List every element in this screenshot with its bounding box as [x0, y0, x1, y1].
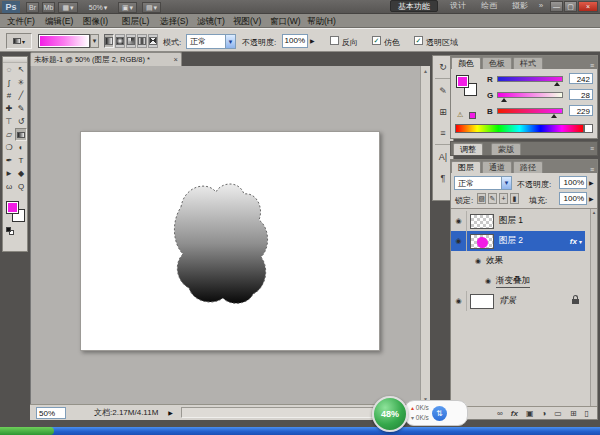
- background-thumbnail[interactable]: [470, 294, 494, 309]
- close-tab-icon[interactable]: ×: [174, 55, 178, 64]
- tab-paths[interactable]: 路径: [513, 161, 543, 173]
- layers-scrollbar[interactable]: ▴: [590, 209, 597, 407]
- opacity-slider-icon[interactable]: ▶: [310, 37, 315, 44]
- layer2-thumbnail[interactable]: [470, 234, 494, 249]
- tab-channels[interactable]: 通道: [482, 161, 512, 173]
- vertical-scrollbar[interactable]: ▲▼: [420, 66, 430, 404]
- new-group-icon[interactable]: ▭: [554, 409, 562, 418]
- workspace-tab-painting[interactable]: 绘画: [477, 0, 501, 12]
- opacity-input[interactable]: 100%: [282, 34, 308, 48]
- close-button[interactable]: ×: [578, 1, 598, 12]
- menu-filter[interactable]: 滤镜(T): [197, 14, 225, 28]
- zoom-level-control[interactable]: 50%▾: [84, 2, 112, 13]
- menu-layer[interactable]: 图层(L): [122, 14, 149, 28]
- color-spectrum-ramp[interactable]: [455, 124, 584, 133]
- red-value-input[interactable]: 242: [569, 73, 593, 84]
- transparency-checkbox[interactable]: ✓: [414, 36, 423, 45]
- layer-opacity-slider-icon[interactable]: ▶: [589, 179, 594, 186]
- menu-file[interactable]: 文件(F): [7, 14, 35, 28]
- tool-gradient[interactable]: [15, 128, 27, 141]
- lock-transparency-button[interactable]: ▨: [477, 193, 486, 204]
- collapse-effects-icon[interactable]: ▾: [579, 238, 582, 245]
- menu-window[interactable]: 窗口(W): [270, 14, 301, 28]
- spectrum-white-swatch[interactable]: [584, 124, 593, 133]
- tool-eraser[interactable]: ▱: [3, 128, 15, 141]
- menu-image[interactable]: 图像(I): [83, 14, 108, 28]
- tool-custom-shape[interactable]: ◆: [15, 167, 27, 180]
- effects-row[interactable]: ◉ 效果: [451, 251, 585, 271]
- canvas-area[interactable]: ▲▼: [30, 66, 430, 404]
- delete-layer-icon[interactable]: ▯: [585, 409, 589, 418]
- tool-eyedropper[interactable]: ╱: [15, 89, 27, 102]
- network-monitor-icon[interactable]: ⇅: [432, 406, 447, 421]
- gradient-picker-arrow[interactable]: ▾: [90, 34, 99, 48]
- network-speed-bubble[interactable]: ▴ 0K/s ▾ 0K/s ⇅: [404, 400, 468, 426]
- menu-select[interactable]: 选择(S): [160, 14, 188, 28]
- blue-slider-pointer[interactable]: [551, 114, 557, 118]
- layer-row-1[interactable]: ◉ 图层 1: [451, 211, 585, 231]
- tab-styles[interactable]: 样式: [513, 57, 543, 69]
- reverse-checkbox[interactable]: [330, 36, 339, 45]
- layer1-thumbnail[interactable]: [470, 214, 494, 229]
- visibility-eye-icon[interactable]: ◉: [451, 211, 467, 231]
- tool-dodge[interactable]: ◐: [15, 141, 27, 154]
- blue-value-input[interactable]: 229: [569, 105, 593, 116]
- workspace-overflow-icon[interactable]: »: [536, 0, 546, 12]
- tab-adjustments[interactable]: 调整: [453, 143, 483, 155]
- tool-path-selection[interactable]: ►: [3, 167, 15, 180]
- tool-preset-picker[interactable]: ▾: [6, 33, 32, 49]
- tab-layers[interactable]: 图层: [451, 161, 481, 173]
- link-layers-icon[interactable]: ∞: [497, 409, 503, 418]
- layer-style-icon[interactable]: fx: [511, 409, 518, 418]
- tab-color[interactable]: 颜色: [451, 57, 481, 69]
- status-flyout-icon[interactable]: ▶: [168, 409, 173, 416]
- tool-move[interactable]: ↖: [15, 63, 27, 76]
- lock-position-button[interactable]: +: [499, 193, 508, 204]
- gradient-preview[interactable]: [38, 34, 90, 48]
- tool-clone-stamp[interactable]: ⊤: [3, 115, 15, 128]
- diamond-gradient-button[interactable]: [148, 34, 158, 48]
- new-layer-icon[interactable]: ⊞: [570, 409, 577, 418]
- dither-checkbox[interactable]: ✓: [372, 36, 381, 45]
- tool-elliptical-marquee[interactable]: ◌: [3, 63, 15, 76]
- radial-gradient-button[interactable]: [115, 34, 125, 48]
- gradient-blob-selection[interactable]: [81, 132, 381, 352]
- menu-help[interactable]: 帮助(H): [307, 14, 336, 28]
- restore-button[interactable]: ▢: [564, 1, 577, 12]
- fill-input[interactable]: 100%: [559, 192, 587, 205]
- tab-swatches[interactable]: 色板: [482, 57, 512, 69]
- foreground-color-well[interactable]: [456, 75, 469, 88]
- layer-opacity-input[interactable]: 100%: [559, 176, 587, 189]
- minimize-button[interactable]: —: [550, 1, 563, 12]
- linear-gradient-button[interactable]: [104, 34, 114, 48]
- red-slider-pointer[interactable]: [554, 82, 560, 86]
- tool-history-brush[interactable]: ↺: [15, 115, 27, 128]
- screen-mode-button[interactable]: ▤▾: [142, 2, 161, 13]
- layer-blend-mode-select[interactable]: 正常▼: [454, 176, 512, 190]
- tool-crop[interactable]: #: [3, 89, 15, 102]
- tab-masks[interactable]: 蒙版: [491, 143, 521, 155]
- windows-taskbar[interactable]: [0, 427, 600, 435]
- tool-zoom[interactable]: Q: [15, 180, 27, 193]
- layer-row-2-selected[interactable]: ◉ 图层 2 fx ▾: [451, 231, 585, 251]
- menu-view[interactable]: 视图(V): [233, 14, 261, 28]
- tool-brush[interactable]: ✎: [15, 102, 27, 115]
- menu-edit[interactable]: 编辑(E): [45, 14, 73, 28]
- tool-blur[interactable]: ❍: [3, 141, 15, 154]
- layer-style-fx-icon[interactable]: fx: [570, 237, 577, 246]
- foreground-color-swatch[interactable]: [6, 201, 19, 214]
- start-button[interactable]: [0, 427, 54, 435]
- fill-slider-icon[interactable]: ▶: [589, 195, 594, 202]
- launch-bridge-button[interactable]: Br: [26, 2, 39, 13]
- document-tab[interactable]: 未标题-1 @ 50% (图层 2, RGB/8) * ×: [30, 52, 182, 66]
- tool-spot-healing[interactable]: ✚: [3, 102, 15, 115]
- layer-mask-icon[interactable]: ▣: [526, 409, 534, 418]
- visibility-eye-icon[interactable]: ◉: [451, 231, 467, 251]
- mini-bridge-button[interactable]: Mb: [42, 2, 55, 13]
- view-extras-button[interactable]: ▦▾: [58, 2, 78, 13]
- reflected-gradient-button[interactable]: [137, 34, 147, 48]
- lock-all-button[interactable]: ▮: [510, 193, 519, 204]
- document-page[interactable]: [80, 131, 380, 351]
- gamut-swatch[interactable]: [469, 112, 476, 119]
- panel-menu-icon[interactable]: ≡: [590, 166, 597, 173]
